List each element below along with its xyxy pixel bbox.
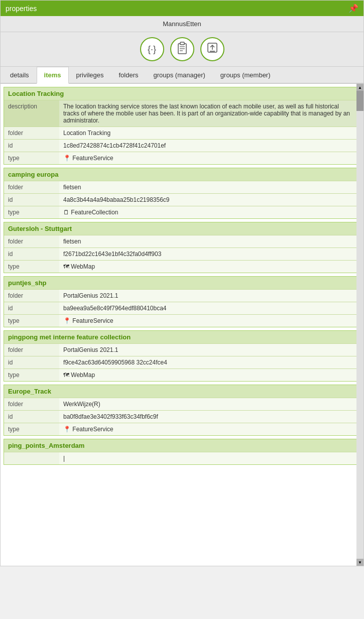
row-label: folder (4, 344, 59, 356)
json-button[interactable]: {·} (140, 37, 164, 61)
row-label: folder (4, 127, 59, 139)
row-label: type (4, 369, 59, 381)
row-label: type (4, 315, 59, 327)
tab-bar: details items privileges folders groups … (1, 67, 363, 84)
type-icon: 📍 (63, 426, 71, 433)
row-value: 🗺 WebMap (59, 369, 360, 381)
item-row: folder fietsen (4, 181, 360, 193)
scrollbar-thumb[interactable] (356, 91, 363, 111)
item-title: puntjes_shp (4, 277, 360, 289)
upload-button[interactable] (200, 37, 224, 61)
row-label: folder (4, 290, 59, 302)
item-title: ping_points_Amsterdam (4, 439, 360, 452)
row-label: folder (4, 398, 59, 410)
item-card-europe-track: Europe_Track folder WerkWijze(R) id ba0f… (4, 385, 360, 436)
row-value: f9ce42ac63d64059905968 32cc24fce4 (59, 356, 360, 368)
clipboard-button[interactable] (170, 37, 194, 61)
row-value: WerkWijze(R) (59, 398, 360, 410)
row-value: fietsen (59, 181, 360, 193)
item-row: type 🗺 WebMap (4, 260, 360, 273)
properties-window: properties 📌 MannusEtten {·} (0, 0, 364, 566)
type-icon: 🗺 (63, 372, 69, 379)
item-body: folder fietsen id 4a8c3b44a4a94babaa25b1… (4, 181, 360, 218)
json-icon: {·} (148, 44, 156, 55)
upload-icon (207, 42, 218, 57)
item-row: id 4a8c3b44a4a94babaa25b1c2198356c9 (4, 193, 360, 206)
item-title: Gutersloh - Stuttgart (4, 222, 360, 235)
row-value: The location tracking service stores the… (59, 100, 360, 127)
row-value: | (59, 452, 360, 464)
row-value: PortalGenius 2021.1 (59, 290, 360, 302)
row-value: 🗺 WebMap (59, 261, 360, 273)
item-title: pingpong met interne feature collection (4, 331, 360, 343)
row-label: folder (4, 235, 59, 247)
user-bar: MannusEtten (1, 16, 363, 32)
scroll-down-arrow[interactable]: ▼ (356, 559, 363, 566)
content-area[interactable]: Location Tracking description The locati… (1, 84, 363, 566)
toolbar: {·} (1, 32, 363, 67)
row-label: type (4, 261, 59, 273)
item-row: id ba9eea9a5e8c49f7964edf880410bca4 (4, 302, 360, 314)
row-value: 🗒 FeatureCollection (59, 206, 360, 218)
item-body: folder PortalGenius 2021.1 id f9ce42ac63… (4, 343, 360, 381)
row-label: type (4, 152, 59, 164)
item-body: folder WerkWijze(R) id ba0f8dfae3e3402f9… (4, 398, 360, 435)
row-label: type (4, 206, 59, 218)
item-row: id 1c8ed72428874c1cb4728f41c24701ef (4, 139, 360, 152)
item-card-pingpong: pingpong met interne feature collection … (4, 330, 360, 382)
item-body: folder fietsen id f2671bd22c1643e1bf4c32… (4, 235, 360, 273)
item-card-puntjes-shp: puntjes_shp folder PortalGenius 2021.1 i… (4, 276, 360, 327)
item-row: type 🗒 FeatureCollection (4, 206, 360, 218)
item-row: | (4, 452, 360, 464)
item-row: type 📍 FeatureService (4, 423, 360, 435)
type-icon: 🗺 (63, 263, 69, 270)
item-title: Location Tracking (4, 87, 360, 100)
pin-icon[interactable]: 📌 (348, 4, 358, 13)
item-card-camping-europa: camping europa folder fietsen id 4a8c3b4… (4, 168, 360, 219)
row-value: 4a8c3b44a4a94babaa25b1c2198356c9 (59, 194, 360, 206)
item-row: folder WerkWijze(R) (4, 398, 360, 410)
item-body: folder PortalGenius 2021.1 id ba9eea9a5e… (4, 289, 360, 327)
item-row: id ba0f8dfae3e3402f933f63c34fbf6c9f (4, 410, 360, 423)
tab-groups-manager[interactable]: groups (manager) (146, 67, 213, 84)
item-title: camping europa (4, 168, 360, 181)
row-value: Location Tracking (59, 127, 360, 139)
item-body: description The location tracking servic… (4, 100, 360, 164)
row-value: ba9eea9a5e8c49f7964edf880410bca4 (59, 302, 360, 314)
scroll-up-arrow[interactable]: ▲ (356, 84, 363, 91)
item-row: id f2671bd22c1643e1bf4c32fa0d4ff903 (4, 247, 360, 260)
row-label: id (4, 248, 59, 260)
tab-folders[interactable]: folders (111, 67, 146, 84)
item-row: type 📍 FeatureService (4, 152, 360, 164)
row-label: id (4, 356, 59, 368)
type-icon: 📍 (63, 155, 71, 162)
row-value: PortalGenius 2021.1 (59, 344, 360, 356)
row-label: type (4, 423, 59, 435)
tab-privileges[interactable]: privileges (69, 67, 111, 84)
item-title: Europe_Track (4, 385, 360, 398)
item-row: id f9ce42ac63d64059905968 32cc24fce4 (4, 356, 360, 368)
row-label (4, 452, 59, 464)
item-row: folder Location Tracking (4, 127, 360, 139)
row-value: 📍 FeatureService (59, 315, 360, 327)
row-value: 1c8ed72428874c1cb4728f41c24701ef (59, 140, 360, 152)
tab-groups-member[interactable]: groups (member) (213, 67, 278, 84)
item-row: description The location tracking servic… (4, 100, 360, 127)
row-value: ba0f8dfae3e3402f933f63c34fbf6c9f (59, 411, 360, 423)
item-row: folder PortalGenius 2021.1 (4, 289, 360, 302)
item-card-ping-points-amsterdam: ping_points_Amsterdam | (4, 439, 360, 465)
item-body: | (4, 452, 360, 464)
tab-details[interactable]: details (3, 67, 37, 84)
type-icon: 📍 (63, 317, 71, 324)
tab-items[interactable]: items (37, 67, 69, 84)
row-label: folder (4, 181, 59, 193)
row-label: id (4, 140, 59, 152)
item-row: folder fietsen (4, 235, 360, 247)
row-value: f2671bd22c1643e1bf4c32fa0d4ff903 (59, 248, 360, 260)
row-value: 📍 FeatureService (59, 152, 360, 164)
item-row: folder PortalGenius 2021.1 (4, 343, 360, 356)
scrollbar-track[interactable]: ▲ ▼ (356, 84, 363, 566)
item-row: type 📍 FeatureService (4, 314, 360, 327)
username: MannusEtten (163, 20, 201, 28)
svg-rect-1 (180, 42, 184, 45)
